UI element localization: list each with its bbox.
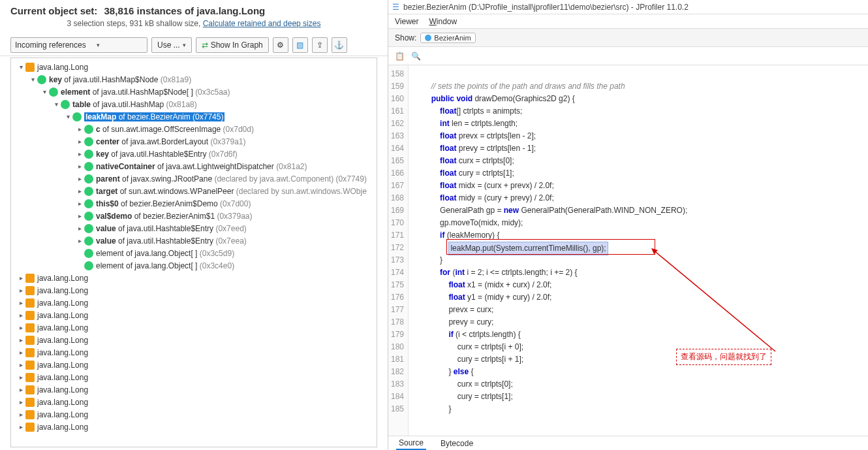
tree-label: java.lang.Long [37, 373, 88, 382]
class-icon [25, 385, 35, 394]
expander-closed-icon[interactable]: ▸ [16, 373, 25, 382]
expander-closed-icon[interactable]: ▸ [75, 187, 84, 196]
tree-row[interactable]: ▾leakMap of bezier.BezierAnim (0x7745) [11, 110, 377, 123]
field-icon [84, 125, 93, 134]
tree-label: java.lang.Long [37, 286, 88, 295]
expander-open-icon[interactable]: ▾ [40, 88, 49, 97]
code-line: int len = ctrlpts.length; [414, 118, 863, 130]
tree-row[interactable]: ▸value of java.util.Hashtable$Entry (0x7… [11, 222, 377, 234]
menu-window[interactable]: Window [429, 17, 457, 26]
tree-label: java.lang.Long [37, 398, 88, 407]
expander-closed-icon[interactable]: ▸ [75, 150, 84, 159]
tree-row[interactable]: ▸target of sun.awt.windows.WPanelPeer (d… [11, 185, 377, 197]
tree-row[interactable]: ▸java.lang.Long [11, 334, 377, 346]
tree-row[interactable]: element of java.lang.Object[ ] (0x3c4e0) [11, 259, 377, 272]
line-gutter: 1581591601611621631641651661671681691701… [388, 65, 409, 436]
expander-closed-icon[interactable]: ▸ [16, 298, 25, 308]
tree-row[interactable]: ▸java.lang.Long [11, 383, 377, 396]
expander-closed-icon[interactable]: ▸ [75, 224, 84, 233]
tree-row[interactable]: ▸java.lang.Long [11, 359, 377, 371]
line-number: 168 [391, 192, 404, 204]
show-in-graph-button[interactable]: ⇄ Show In Graph [196, 37, 269, 53]
expander-closed-icon[interactable]: ▸ [16, 410, 25, 419]
expander-open-icon[interactable]: ▾ [16, 63, 25, 72]
expander-closed-icon[interactable]: ▸ [16, 398, 25, 407]
expander-open-icon[interactable]: ▾ [28, 75, 37, 84]
tree-row[interactable]: ▸center of java.awt.BorderLayout (0x379a… [11, 135, 377, 148]
expander-open-icon[interactable]: ▾ [52, 100, 61, 109]
anchor-button[interactable]: ⚓ [332, 37, 347, 53]
expander-closed-icon[interactable]: ▸ [75, 162, 84, 171]
expander-closed-icon[interactable]: ▸ [16, 385, 25, 394]
expander-closed-icon[interactable]: ▸ [16, 423, 25, 432]
tree-row[interactable]: ▾key of java.util.HashMap$Node (0x81a9) [11, 73, 377, 86]
expander-closed-icon[interactable]: ▸ [16, 336, 25, 345]
class-icon [25, 336, 35, 345]
tree-row[interactable]: ▸java.lang.Long [11, 346, 377, 359]
view-mode-select[interactable]: Incoming references ▾ [10, 37, 147, 53]
reference-tree[interactable]: ▾java.lang.Long▾key of java.util.HashMap… [10, 57, 377, 447]
tree-row[interactable]: ▸java.lang.Long [11, 421, 377, 433]
expander-closed-icon[interactable]: ▸ [16, 348, 25, 357]
expander-closed-icon[interactable]: ▸ [75, 199, 84, 208]
tree-row[interactable]: ▸java.lang.Long [11, 321, 377, 334]
tree-row[interactable]: ▾element of java.util.HashMap$Node[ ] (0… [11, 86, 377, 98]
tab-bytecode[interactable]: Bytecode [438, 438, 476, 449]
class-icon [25, 348, 35, 357]
tree-row[interactable]: ▾java.lang.Long [11, 61, 377, 73]
code-line: if (i < ctrlpts.length) { [414, 329, 863, 341]
line-number: 180 [391, 341, 404, 353]
use-button[interactable]: Use ... ▾ [151, 37, 192, 53]
code-line: float cury = ctrlpts[1]; [414, 167, 863, 180]
export-button[interactable]: ⇪ [312, 37, 328, 53]
tree-label: java.lang.Long [37, 323, 88, 332]
expander-closed-icon[interactable]: ▸ [16, 286, 25, 295]
tree-row[interactable]: ▸value of java.util.Hashtable$Entry (0x7… [11, 234, 377, 247]
expander-closed-icon[interactable]: ▸ [16, 311, 25, 320]
menu-viewer[interactable]: Viewer [395, 17, 418, 26]
tree-row[interactable]: ▸key of java.util.Hashtable$Entry (0x7d6… [11, 148, 377, 160]
gear-button[interactable]: ⚙ [273, 37, 288, 53]
expander-open-icon[interactable]: ▾ [63, 112, 72, 121]
calculate-link[interactable]: Calculate retained and deep sizes [203, 19, 321, 28]
field-icon [84, 150, 93, 159]
tree-row[interactable]: ▸this$0 of bezier.BezierAnim$Demo (0x7d0… [11, 197, 377, 210]
line-number: 166 [391, 167, 404, 180]
search-button[interactable]: 🔍 [411, 52, 421, 61]
expander-closed-icon[interactable]: ▸ [75, 236, 84, 246]
tree-row[interactable]: ▸java.lang.Long [11, 396, 377, 408]
tree-row[interactable]: ▸java.lang.Long [11, 408, 377, 421]
tab-source[interactable]: Source [396, 437, 426, 450]
tree-row[interactable]: ▸java.lang.Long [11, 297, 377, 309]
expander-closed-icon[interactable]: ▸ [75, 137, 84, 146]
code-area[interactable]: 1581591601611621631641651661671681691701… [388, 65, 868, 436]
code-line: float prevy = ctrlpts[len - 1]; [414, 142, 863, 155]
expander-closed-icon[interactable]: ▸ [16, 361, 25, 370]
expander-closed-icon[interactable]: ▸ [75, 174, 84, 184]
expander-closed-icon[interactable]: ▸ [75, 212, 84, 221]
tree-row[interactable]: ▸java.lang.Long [11, 284, 377, 297]
window-icon: ☰ [392, 3, 399, 12]
breadcrumb[interactable]: BezierAnim [420, 33, 475, 43]
tree-row[interactable]: ▸val$demo of bezier.BezierAnim$1 (0x379a… [11, 210, 377, 222]
show-bar: Show: BezierAnim [388, 29, 868, 47]
tree-row[interactable]: ▾table of java.util.HashMap (0x81a8) [11, 98, 377, 110]
field-icon [72, 112, 82, 121]
window-title: bezier.BezierAnim (D:\JProfile_install\j… [403, 3, 689, 12]
tree-row[interactable]: ▸parent of javax.swing.JRootPane (declar… [11, 172, 377, 185]
expander-closed-icon[interactable]: ▸ [16, 274, 25, 283]
tree-row[interactable]: ▸java.lang.Long [11, 309, 377, 321]
copy-button[interactable]: 📋 [395, 52, 405, 61]
expander-closed-icon[interactable]: ▸ [16, 323, 25, 332]
tree-row[interactable]: ▸nativeContainer of java.awt.Lightweight… [11, 160, 377, 172]
tree-row[interactable]: element of java.lang.Object[ ] (0x3c5d9) [11, 247, 377, 259]
code-line: float prevx = ctrlpts[len - 2]; [414, 130, 863, 142]
expander-closed-icon[interactable]: ▸ [75, 125, 84, 134]
code-line: // sets the points of the path and draws… [414, 80, 863, 93]
tree-row[interactable]: ▸java.lang.Long [11, 371, 377, 383]
tree-label: java.lang.Long [37, 410, 88, 419]
snapshot-button[interactable]: ▧ [292, 37, 308, 53]
tree-row[interactable]: ▸c of sun.awt.image.OffScreenImage (0x7d… [11, 123, 377, 135]
field-icon [84, 261, 93, 270]
tree-row[interactable]: ▸java.lang.Long [11, 272, 377, 284]
